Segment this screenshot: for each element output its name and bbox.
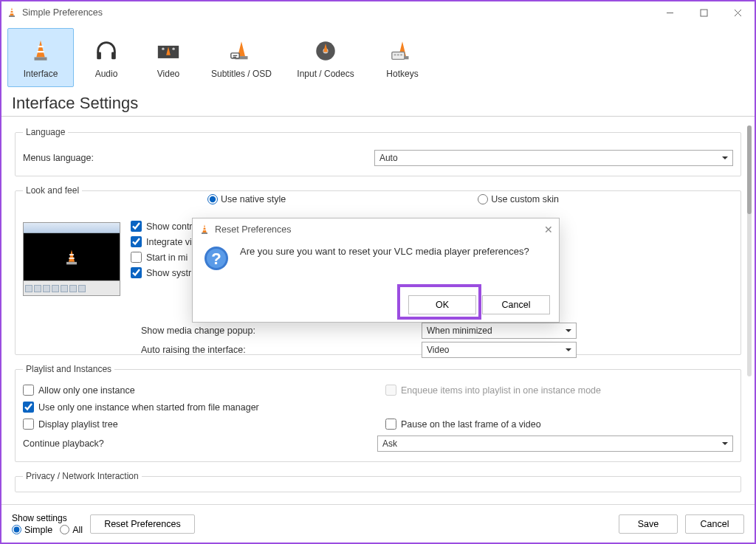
question-icon: ? — [203, 245, 230, 272]
svg-rect-5 — [38, 46, 43, 47]
svg-rect-26 — [203, 230, 207, 230]
auto-raise-select[interactable]: Video — [422, 342, 577, 358]
svg-rect-3 — [701, 10, 707, 16]
tab-interface[interactable]: Interface — [7, 28, 74, 87]
svg-rect-25 — [203, 227, 205, 228]
codec-icon — [311, 36, 340, 66]
footer: Show settings Simple All Reset Preferenc… — [1, 504, 755, 543]
vlc-icon — [6, 7, 18, 18]
dialog-message: Are you sure you want to reset your VLC … — [240, 245, 529, 272]
film-reel-icon — [154, 36, 183, 66]
content-scrollbar[interactable] — [747, 125, 752, 376]
maximize-button[interactable] — [687, 1, 721, 24]
svg-rect-7 — [97, 52, 101, 59]
headphones-icon — [92, 36, 121, 66]
group-legend: Playlist and Instances — [23, 364, 114, 374]
cone-icon — [26, 36, 55, 66]
one-instance-fm-checkbox[interactable]: Use only one instance when started from … — [23, 402, 733, 413]
svg-rect-4 — [35, 58, 47, 61]
group-legend: Language — [23, 127, 68, 137]
cancel-button[interactable]: Cancel — [685, 514, 744, 534]
svg-point-10 — [162, 47, 164, 49]
svg-rect-24 — [202, 233, 207, 234]
svg-rect-8 — [111, 52, 116, 59]
enqueue-checkbox: Enqueue items into playlist in one insta… — [385, 385, 733, 396]
skin-preview — [23, 222, 120, 296]
svg-rect-22 — [69, 254, 74, 255]
tab-label: Input / Codecs — [297, 69, 354, 79]
continue-playback-label: Continue playback? — [23, 438, 377, 449]
svg-rect-23 — [69, 258, 74, 259]
vlc-icon — [199, 224, 210, 235]
svg-text:?: ? — [211, 249, 221, 268]
dialog-cancel-button[interactable]: Cancel — [482, 295, 550, 314]
tab-video[interactable]: Video — [139, 28, 198, 87]
tab-subtitles[interactable]: Subtitles / OSD — [201, 28, 282, 87]
reset-preferences-button[interactable]: Reset Preferences — [90, 514, 195, 534]
title-bar: Simple Preferences — [1, 1, 755, 24]
language-group: Language Menus language: Auto — [15, 127, 741, 176]
show-settings-label: Show settings — [12, 513, 83, 523]
tab-label: Audio — [95, 69, 118, 79]
tab-label: Interface — [24, 69, 58, 79]
tab-label: Subtitles / OSD — [211, 69, 272, 79]
continue-playback-select[interactable]: Ask — [377, 435, 733, 452]
close-button[interactable] — [721, 1, 755, 24]
pause-last-frame-checkbox[interactable]: Pause on the last frame of a video — [385, 419, 733, 430]
page-title: Interface Settings — [1, 88, 755, 117]
svg-rect-2 — [10, 13, 14, 13]
save-button[interactable]: Save — [619, 514, 678, 534]
window-title: Simple Preferences — [22, 7, 103, 18]
svg-rect-18 — [394, 54, 396, 55]
custom-skin-radio[interactable]: Use custom skin — [478, 194, 559, 204]
dialog-ok-button[interactable]: OK — [408, 295, 476, 314]
media-popup-select[interactable]: When minimized — [422, 323, 577, 339]
tab-label: Video — [157, 69, 179, 79]
tab-hotkeys[interactable]: Hotkeys — [369, 28, 436, 87]
media-popup-label: Show media change popup: — [141, 326, 422, 336]
menus-language-label: Menus language: — [23, 153, 94, 163]
minimize-button[interactable] — [653, 1, 687, 24]
group-legend: Privacy / Network Interaction — [23, 471, 142, 481]
menus-language-select[interactable]: Auto — [374, 150, 733, 166]
playlist-group: Playlist and Instances Allow only one in… — [15, 364, 741, 462]
privacy-group: Privacy / Network Interaction — [15, 471, 741, 492]
dialog-close-button[interactable]: ✕ — [544, 224, 553, 235]
display-tree-checkbox[interactable]: Display playlist tree — [23, 419, 371, 430]
simple-radio[interactable]: Simple — [12, 525, 52, 535]
native-style-radio[interactable]: Use native style — [207, 194, 286, 204]
dialog-title: Reset Preferences — [215, 224, 292, 235]
tab-audio[interactable]: Audio — [77, 28, 136, 87]
auto-raise-label: Auto raising the interface: — [141, 345, 422, 355]
svg-rect-21 — [66, 262, 77, 265]
svg-rect-0 — [9, 16, 15, 17]
svg-rect-6 — [37, 51, 44, 52]
subtitles-icon — [227, 36, 256, 66]
svg-rect-1 — [10, 10, 13, 11]
all-radio[interactable]: All — [60, 525, 83, 535]
svg-rect-20 — [400, 54, 402, 55]
group-legend: Look and feel — [23, 185, 82, 196]
allow-one-instance-checkbox[interactable]: Allow only one instance — [23, 385, 371, 396]
reset-confirm-dialog: Reset Preferences ✕ ? Are you sure you w… — [192, 218, 560, 323]
tab-label: Hotkeys — [386, 69, 418, 79]
tab-input-codecs[interactable]: Input / Codecs — [285, 28, 366, 87]
svg-point-11 — [172, 47, 174, 49]
svg-rect-19 — [397, 54, 399, 55]
keyboard-icon — [388, 36, 417, 66]
preference-tabs: Interface Audio Video Subtitles / OSD In… — [1, 24, 755, 88]
